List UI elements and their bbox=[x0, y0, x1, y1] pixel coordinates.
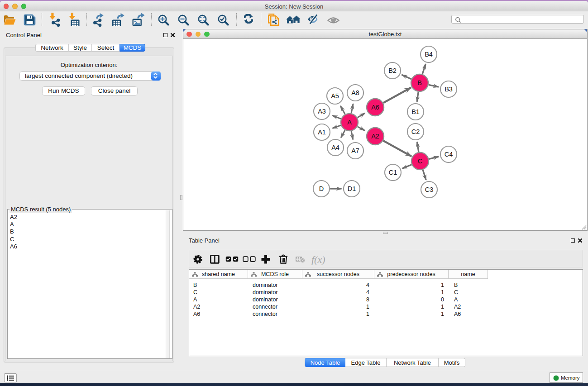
svg-text:A1: A1 bbox=[318, 129, 326, 136]
svg-text:A3: A3 bbox=[318, 108, 326, 115]
svg-text:C3: C3 bbox=[425, 186, 434, 193]
svg-text:B2: B2 bbox=[388, 67, 397, 74]
svg-text:A: A bbox=[347, 119, 352, 126]
svg-text:C2: C2 bbox=[411, 128, 420, 135]
svg-text:A8: A8 bbox=[351, 89, 359, 96]
svg-text:A6: A6 bbox=[371, 104, 379, 111]
svg-text:C4: C4 bbox=[445, 151, 453, 158]
svg-text:D: D bbox=[319, 185, 324, 192]
svg-text:A2: A2 bbox=[371, 133, 379, 140]
svg-text:B4: B4 bbox=[425, 51, 433, 58]
svg-text:D1: D1 bbox=[348, 185, 356, 192]
svg-text:B1: B1 bbox=[411, 108, 420, 115]
svg-text:B3: B3 bbox=[445, 86, 453, 93]
svg-text:C: C bbox=[418, 157, 422, 165]
svg-text:B: B bbox=[417, 79, 422, 86]
svg-text:C1: C1 bbox=[389, 169, 397, 176]
svg-text:A7: A7 bbox=[351, 147, 359, 154]
svg-text:A5: A5 bbox=[331, 92, 339, 100]
svg-text:A4: A4 bbox=[331, 144, 339, 151]
